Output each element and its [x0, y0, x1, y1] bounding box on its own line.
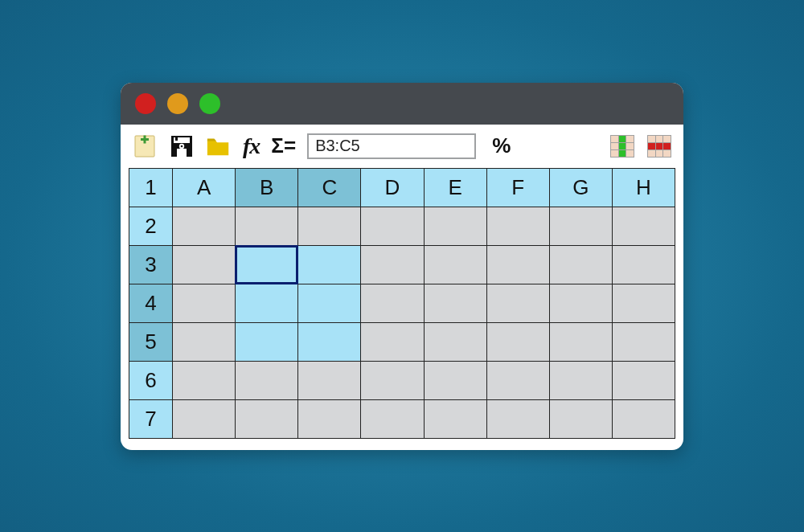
- cell[interactable]: [236, 322, 298, 361]
- spreadsheet-grid: 1ABCDEFGH234567: [129, 168, 675, 439]
- sheet-area: 1ABCDEFGH234567: [121, 168, 683, 450]
- cell[interactable]: [361, 322, 424, 361]
- cell[interactable]: [486, 284, 549, 322]
- cell[interactable]: [424, 322, 486, 361]
- cell[interactable]: [486, 207, 549, 245]
- row-header[interactable]: 4: [129, 284, 173, 322]
- row-header[interactable]: 3: [129, 245, 173, 284]
- cell[interactable]: [549, 322, 612, 361]
- cell[interactable]: [236, 284, 298, 322]
- cell[interactable]: [612, 399, 675, 438]
- cell[interactable]: [612, 245, 675, 284]
- cell[interactable]: [173, 361, 236, 399]
- highlight-column-button[interactable]: [609, 133, 635, 159]
- column-header[interactable]: D: [361, 168, 424, 207]
- cell[interactable]: [361, 361, 424, 399]
- cell[interactable]: [173, 399, 236, 438]
- cell[interactable]: [173, 284, 236, 322]
- cell[interactable]: [424, 245, 486, 284]
- cell[interactable]: [486, 245, 549, 284]
- close-icon[interactable]: [135, 93, 156, 114]
- formula-bar-input[interactable]: B3:C5: [307, 133, 476, 159]
- minimize-icon[interactable]: [167, 93, 188, 114]
- column-header[interactable]: F: [486, 168, 549, 207]
- row-header[interactable]: 5: [129, 322, 173, 361]
- cell[interactable]: [298, 399, 361, 438]
- cell[interactable]: [424, 399, 486, 438]
- svg-rect-6: [175, 137, 178, 141]
- function-button[interactable]: fx: [243, 133, 260, 159]
- cell[interactable]: [298, 245, 361, 284]
- cell[interactable]: [612, 322, 675, 361]
- cell[interactable]: [549, 207, 612, 245]
- cell[interactable]: [424, 361, 486, 399]
- cell[interactable]: [298, 322, 361, 361]
- cell[interactable]: [236, 399, 298, 438]
- svg-point-8: [181, 145, 183, 147]
- cell[interactable]: [549, 284, 612, 322]
- cell[interactable]: [361, 207, 424, 245]
- cell[interactable]: [298, 361, 361, 399]
- cell[interactable]: [361, 245, 424, 284]
- cell[interactable]: [236, 361, 298, 399]
- percent-format-button[interactable]: %: [492, 133, 511, 158]
- toolbar: fx Σ= B3:C5 %: [121, 125, 683, 168]
- cell[interactable]: [236, 207, 298, 245]
- column-header[interactable]: H: [612, 168, 675, 207]
- spreadsheet-window: fx Σ= B3:C5 % 1ABCDEFGH234567: [121, 83, 683, 450]
- cell[interactable]: [486, 361, 549, 399]
- maximize-icon[interactable]: [199, 93, 220, 114]
- svg-rect-5: [177, 149, 187, 157]
- cell[interactable]: [298, 207, 361, 245]
- cell[interactable]: [549, 399, 612, 438]
- cell[interactable]: [549, 361, 612, 399]
- new-file-button[interactable]: [132, 133, 158, 159]
- cell[interactable]: [486, 322, 549, 361]
- row-header[interactable]: 2: [129, 207, 173, 245]
- cell[interactable]: [549, 245, 612, 284]
- cell[interactable]: [298, 284, 361, 322]
- cell[interactable]: [424, 207, 486, 245]
- row-header[interactable]: 7: [129, 399, 173, 438]
- cell[interactable]: [486, 399, 549, 438]
- cell[interactable]: [361, 284, 424, 322]
- row-header[interactable]: 6: [129, 361, 173, 399]
- svg-rect-2: [144, 135, 146, 143]
- cell[interactable]: [173, 207, 236, 245]
- open-folder-button[interactable]: [206, 133, 232, 159]
- sum-button[interactable]: Σ=: [271, 133, 296, 158]
- highlight-row-button[interactable]: [646, 133, 672, 159]
- column-header[interactable]: C: [298, 168, 361, 207]
- cell[interactable]: [173, 322, 236, 361]
- cell[interactable]: [612, 361, 675, 399]
- cell[interactable]: [236, 245, 298, 284]
- column-header[interactable]: A: [173, 168, 236, 207]
- cell[interactable]: [612, 284, 675, 322]
- column-header[interactable]: G: [549, 168, 612, 207]
- cell[interactable]: [612, 207, 675, 245]
- select-all-corner[interactable]: 1: [129, 168, 173, 207]
- column-header[interactable]: B: [236, 168, 298, 207]
- cell[interactable]: [173, 245, 236, 284]
- cell[interactable]: [424, 284, 486, 322]
- cell[interactable]: [361, 399, 424, 438]
- titlebar: [121, 83, 683, 125]
- column-header[interactable]: E: [424, 168, 486, 207]
- save-button[interactable]: [169, 133, 195, 159]
